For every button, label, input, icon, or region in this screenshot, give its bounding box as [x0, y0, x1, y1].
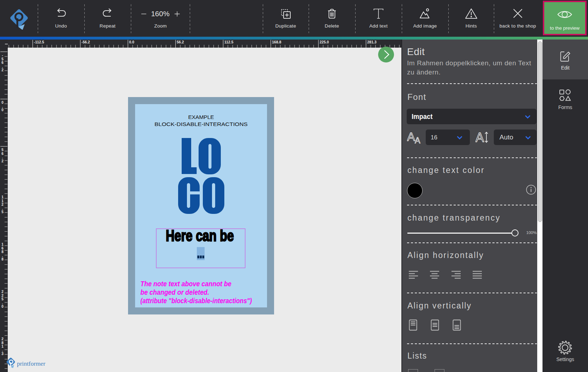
svg-text:A: A — [415, 136, 420, 144]
svg-text:168.8: 168.8 — [1, 242, 4, 261]
svg-text:EXAMPLE: EXAMPLE — [188, 114, 214, 120]
svg-text:BLOCK-DISABLE-INTERACTIONS: BLOCK-DISABLE-INTERACTIONS — [154, 121, 248, 127]
svg-text:-112.5: -112.5 — [34, 40, 44, 44]
svg-text:0.0: 0.0 — [129, 40, 134, 44]
svg-text:56.2: 56.2 — [177, 40, 184, 44]
svg-text:be changed or deleted.: be changed or deleted. — [140, 288, 209, 296]
svg-text:printformer: printformer — [17, 360, 46, 367]
svg-text:225.0: 225.0 — [1, 290, 4, 308]
svg-text:56.2: 56.2 — [1, 148, 4, 163]
svg-text:The note text above cannot be: The note text above cannot be — [140, 280, 231, 288]
svg-text:225.0: 225.0 — [320, 40, 329, 44]
svg-text:112.5: 112.5 — [224, 40, 234, 44]
svg-text:A: A — [407, 130, 415, 143]
svg-text:(attribute "block-disable-inte: (attribute "block-disable-interactions") — [140, 297, 252, 305]
svg-text:281.3: 281.3 — [1, 337, 4, 356]
svg-text:168.8: 168.8 — [272, 40, 281, 44]
svg-text:-56.2: -56.2 — [81, 40, 90, 44]
svg-text:A: A — [475, 130, 484, 144]
svg-text:112.5: 112.5 — [1, 195, 4, 214]
svg-text:281.3: 281.3 — [367, 40, 376, 44]
svg-text:Here can be: Here can be — [166, 227, 234, 245]
